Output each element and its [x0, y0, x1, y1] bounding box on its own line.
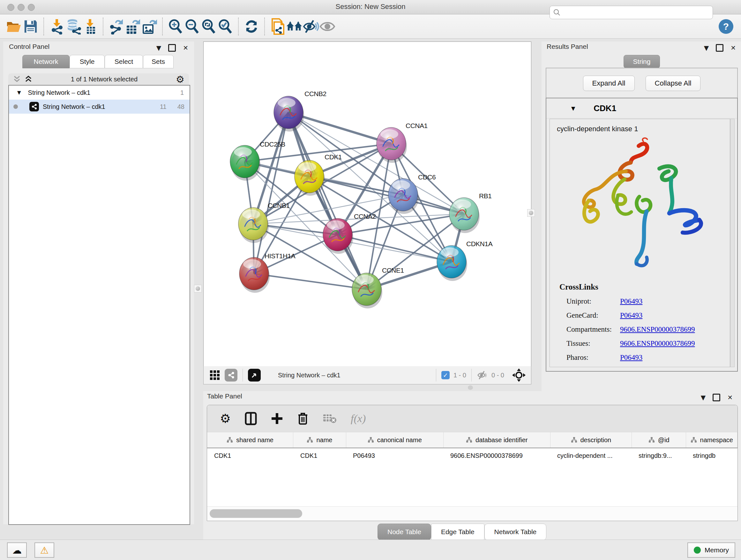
- table-cell[interactable]: cyclin-dependent ...: [550, 448, 631, 463]
- refresh-network-icon[interactable]: [243, 18, 260, 35]
- tab-sets[interactable]: Sets: [143, 55, 174, 68]
- network-canvas[interactable]: CCNB2CCNA1CDC25BCDK1CDC6RB1CCNB1CCNA2CDK…: [203, 42, 531, 367]
- duplicate-network-icon[interactable]: [269, 18, 286, 35]
- column-header-name[interactable]: name: [293, 432, 346, 448]
- export-network-icon[interactable]: [108, 18, 125, 35]
- delete-column-icon[interactable]: [297, 412, 309, 425]
- network-tree-root-row[interactable]: ▼ String Network – cdk1 1: [9, 85, 190, 100]
- warnings-button[interactable]: ⚠: [35, 543, 54, 558]
- network-node-CCNB2[interactable]: CCNB2: [274, 90, 327, 132]
- zoom-out-icon[interactable]: [184, 18, 200, 35]
- network-edge[interactable]: [254, 112, 288, 273]
- network-edge[interactable]: [288, 112, 367, 289]
- show-columns-icon[interactable]: [245, 412, 257, 425]
- network-node-RB1[interactable]: RB1: [449, 192, 491, 233]
- memory-button[interactable]: Memory: [687, 543, 735, 558]
- save-session-icon[interactable]: [22, 18, 39, 35]
- table-row[interactable]: CDK1CDK1P064939606.ENSP00000378699cyclin…: [207, 448, 738, 463]
- table-panel-float-icon[interactable]: [713, 394, 720, 401]
- right-splitter-handle[interactable]: [527, 209, 535, 217]
- add-column-icon[interactable]: [271, 413, 283, 425]
- results-panel-menu-icon[interactable]: ▼: [704, 45, 709, 51]
- column-header-namespace[interactable]: namespace: [686, 432, 738, 448]
- column-header-canonical-name[interactable]: canonical name: [346, 432, 444, 448]
- search-icon: [553, 9, 561, 16]
- expand-all-chevron-icon[interactable]: [24, 75, 32, 83]
- control-panel-close-icon[interactable]: ✕: [183, 45, 188, 51]
- results-panel-float-icon[interactable]: [716, 44, 724, 52]
- table-cell[interactable]: stringdb: [686, 448, 737, 463]
- birds-eye-view-icon[interactable]: [248, 369, 261, 381]
- crosslink-link[interactable]: 9606.ENSP00000378699: [620, 325, 695, 334]
- zoom-in-icon[interactable]: [167, 18, 184, 35]
- network-node-CDK1[interactable]: CDK1: [294, 153, 342, 196]
- gene-expand-icon[interactable]: ▼: [571, 105, 575, 111]
- collapse-all-button[interactable]: Collapse All: [646, 76, 701, 91]
- network-options-gear-icon[interactable]: ⚙: [176, 74, 185, 85]
- tab-select[interactable]: Select: [105, 55, 143, 68]
- table-cell[interactable]: P06493: [346, 448, 443, 463]
- column-header--id[interactable]: @id: [632, 432, 686, 448]
- bottom-splitter-handle[interactable]: [468, 385, 473, 390]
- pan-crosshair-icon[interactable]: [512, 368, 526, 382]
- network-edge[interactable]: [254, 273, 367, 289]
- left-splitter-handle[interactable]: [194, 285, 202, 293]
- zoom-fit-icon[interactable]: [200, 18, 217, 35]
- column-type-icon: [226, 437, 233, 443]
- table-cell[interactable]: stringdb:9...: [631, 448, 686, 463]
- tab-node-table[interactable]: Node Table: [378, 523, 431, 540]
- table-cell[interactable]: CDK1: [207, 448, 293, 463]
- column-header-database-identifier[interactable]: database identifier: [444, 432, 550, 448]
- network-node-CDKN1A[interactable]: CDKN1A: [437, 240, 493, 281]
- tab-style[interactable]: Style: [70, 55, 105, 68]
- help-button[interactable]: ?: [719, 19, 733, 34]
- network-node-label: CDKN1A: [466, 240, 493, 247]
- control-panel-float-icon[interactable]: [168, 44, 176, 52]
- crosslink-link[interactable]: 9606.ENSP00000378699: [620, 339, 695, 348]
- results-panel-close-icon[interactable]: ✕: [731, 45, 736, 51]
- gene-detail-content: cyclin-dependent kinase 1: [549, 119, 730, 367]
- collapse-all-chevron-icon[interactable]: [13, 75, 21, 83]
- table-settings-gear-icon[interactable]: ⚙: [220, 412, 231, 426]
- tab-string[interactable]: String: [623, 55, 660, 68]
- results-vertical-scrollbar[interactable]: [730, 119, 735, 367]
- network-collection-label: String Network – cdk1: [28, 89, 91, 97]
- import-table-icon[interactable]: [82, 18, 98, 35]
- show-all-icon[interactable]: [319, 18, 336, 35]
- search-input[interactable]: [561, 9, 710, 17]
- table-panel-menu-icon[interactable]: ▼: [701, 394, 705, 401]
- crosslink-link[interactable]: P06493: [620, 311, 643, 320]
- network-node-HIST1H1A[interactable]: HIST1H1A: [239, 252, 295, 293]
- control-panel-menu-icon[interactable]: ▼: [156, 45, 161, 51]
- network-view-title: String Network – cdk1: [278, 372, 340, 379]
- import-network-from-database-icon[interactable]: [65, 18, 82, 35]
- cloud-status-button[interactable]: ☁: [7, 543, 27, 558]
- crosslink-link[interactable]: P06493: [620, 354, 643, 362]
- column-header-description[interactable]: description: [550, 432, 632, 448]
- tab-network-table[interactable]: Network Table: [484, 523, 547, 540]
- network-tree-child-row[interactable]: String Network – cdk1 11 48: [9, 100, 190, 114]
- export-table-icon[interactable]: [125, 18, 141, 35]
- network-node-CCNA1[interactable]: CCNA1: [377, 122, 428, 163]
- tab-edge-table[interactable]: Edge Table: [431, 523, 484, 540]
- function-builder-icon[interactable]: f(x): [351, 413, 366, 425]
- column-header-shared-name[interactable]: shared name: [207, 432, 293, 448]
- expand-all-button[interactable]: Expand All: [583, 76, 635, 91]
- tree-expanded-icon[interactable]: ▼: [17, 90, 21, 96]
- grid-view-icon[interactable]: [209, 370, 220, 381]
- table-cell[interactable]: 9606.ENSP00000378699: [443, 448, 550, 463]
- table-hscroll-thumb[interactable]: [210, 509, 302, 518]
- first-neighbors-icon[interactable]: [286, 18, 302, 35]
- import-network-icon[interactable]: [49, 18, 65, 35]
- tab-network[interactable]: Network: [22, 55, 70, 68]
- hide-selected-icon[interactable]: [302, 18, 319, 35]
- open-session-icon[interactable]: [6, 18, 22, 35]
- selected-checkbox-icon[interactable]: ✓: [441, 371, 450, 379]
- network-share-view-icon[interactable]: [225, 369, 238, 381]
- export-image-icon[interactable]: [141, 18, 158, 35]
- table-panel-close-icon[interactable]: ✕: [727, 394, 733, 401]
- delete-table-icon[interactable]: [323, 413, 337, 424]
- crosslink-link[interactable]: P06493: [620, 297, 643, 306]
- zoom-selected-icon[interactable]: [217, 18, 233, 35]
- table-cell[interactable]: CDK1: [293, 448, 346, 463]
